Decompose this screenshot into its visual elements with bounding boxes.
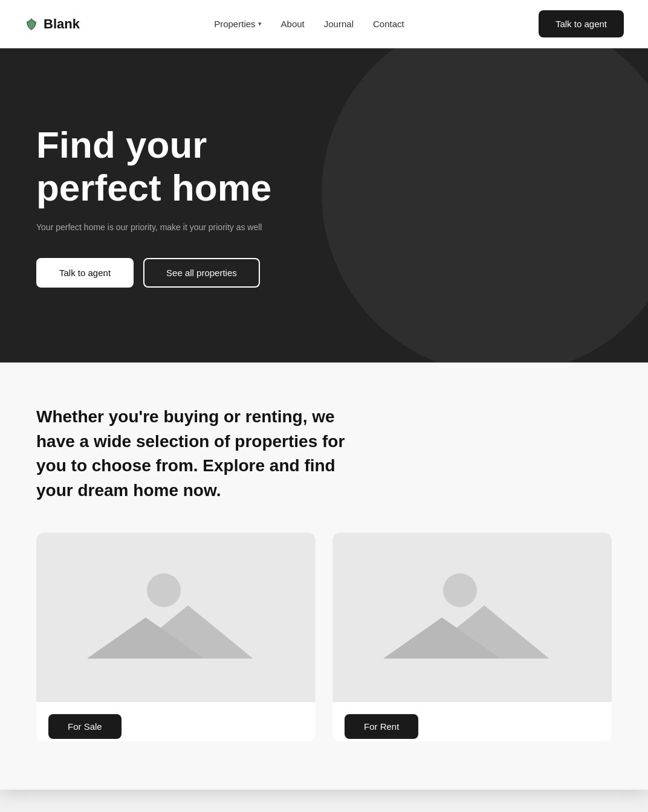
hero-title: Find your perfect home xyxy=(36,123,351,210)
hero-talk-agent-button[interactable]: Talk to agent xyxy=(36,258,134,288)
svg-point-1 xyxy=(147,573,181,607)
hero-see-properties-button[interactable]: See all properties xyxy=(143,258,260,288)
header: Blank Properties ▾ About Journal Contact… xyxy=(0,0,648,48)
for-rent-button[interactable]: For Rent xyxy=(345,714,418,739)
placeholder-image-icon xyxy=(36,533,316,702)
svg-rect-9 xyxy=(345,659,599,702)
nav-journal[interactable]: Journal xyxy=(324,19,354,29)
section-tagline: Whether you're buying or renting, we hav… xyxy=(36,405,375,503)
svg-rect-4 xyxy=(49,659,303,702)
logo-text: Blank xyxy=(44,16,80,32)
nav-properties[interactable]: Properties ▾ xyxy=(214,19,261,29)
nav-contact[interactable]: Contact xyxy=(373,19,404,29)
content-section: Whether you're buying or renting, we hav… xyxy=(0,362,648,790)
property-image-rent xyxy=(332,533,612,702)
chevron-down-icon: ▾ xyxy=(258,20,262,28)
nav: Properties ▾ About Journal Contact xyxy=(214,19,404,29)
placeholder-image-icon-2 xyxy=(332,533,612,702)
logo[interactable]: Blank xyxy=(24,16,80,32)
hero-subtitle: Your perfect home is our priority, make … xyxy=(36,221,351,234)
hero-bg-decoration xyxy=(322,48,648,362)
logo-icon xyxy=(24,17,39,31)
property-card-rent: For Rent xyxy=(332,533,612,741)
property-image-sale xyxy=(36,533,316,702)
hero-content: Find your perfect home Your perfect home… xyxy=(36,123,351,288)
property-card-sale: For Sale xyxy=(36,533,316,741)
for-sale-button[interactable]: For Sale xyxy=(48,714,122,739)
property-cards: For Sale For Rent xyxy=(36,533,612,741)
hero-section: Find your perfect home Your perfect home… xyxy=(0,48,648,362)
hero-buttons: Talk to agent See all properties xyxy=(36,258,351,288)
nav-about[interactable]: About xyxy=(281,19,305,29)
header-cta-button[interactable]: Talk to agent xyxy=(539,10,624,37)
svg-point-6 xyxy=(443,573,477,607)
